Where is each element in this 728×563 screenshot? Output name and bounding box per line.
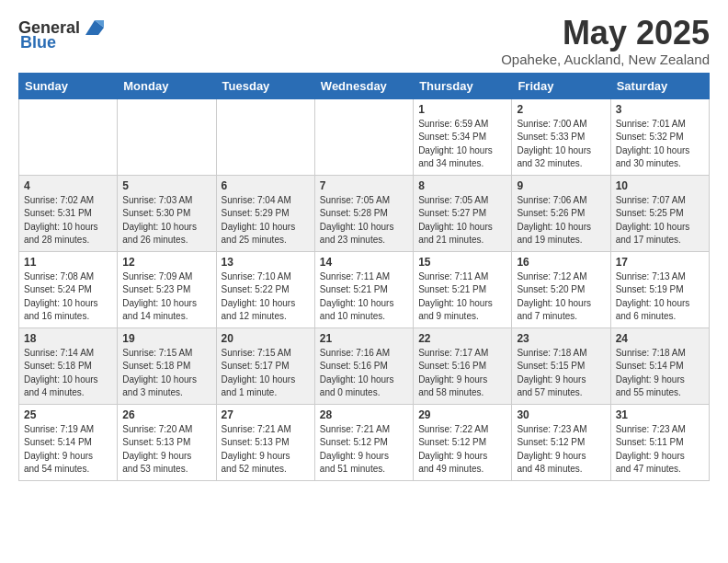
day-info: Sunrise: 7:22 AM Sunset: 5:12 PM Dayligh… xyxy=(418,423,506,477)
calendar-row-3: 11Sunrise: 7:08 AM Sunset: 5:24 PM Dayli… xyxy=(19,251,710,327)
day-number: 2 xyxy=(517,103,605,116)
weekday-header-row: SundayMondayTuesdayWednesdayThursdayFrid… xyxy=(19,73,710,98)
calendar-row-1: 1Sunrise: 6:59 AM Sunset: 5:34 PM Daylig… xyxy=(19,98,710,175)
day-info: Sunrise: 7:09 AM Sunset: 5:23 PM Dayligh… xyxy=(122,270,210,324)
weekday-header-sunday: Sunday xyxy=(19,73,118,98)
day-number: 8 xyxy=(418,179,506,192)
day-info: Sunrise: 7:11 AM Sunset: 5:21 PM Dayligh… xyxy=(320,270,408,324)
day-number: 6 xyxy=(222,179,310,192)
day-info: Sunrise: 7:21 AM Sunset: 5:13 PM Dayligh… xyxy=(222,423,310,477)
day-info: Sunrise: 7:19 AM Sunset: 5:14 PM Dayligh… xyxy=(24,423,112,477)
day-info: Sunrise: 7:17 AM Sunset: 5:16 PM Dayligh… xyxy=(418,347,506,400)
calendar-cell: 30Sunrise: 7:23 AM Sunset: 5:12 PM Dayli… xyxy=(512,404,610,480)
day-number: 22 xyxy=(418,332,506,345)
weekday-header-saturday: Saturday xyxy=(610,73,709,98)
calendar-cell: 27Sunrise: 7:21 AM Sunset: 5:13 PM Dayli… xyxy=(216,404,314,480)
calendar-cell: 1Sunrise: 6:59 AM Sunset: 5:34 PM Daylig… xyxy=(414,98,512,175)
calendar-cell: 2Sunrise: 7:00 AM Sunset: 5:33 PM Daylig… xyxy=(512,98,610,175)
logo: General Blue xyxy=(18,15,108,52)
calendar-row-4: 18Sunrise: 7:14 AM Sunset: 5:18 PM Dayli… xyxy=(19,327,710,404)
day-number: 13 xyxy=(222,256,310,269)
day-info: Sunrise: 7:03 AM Sunset: 5:30 PM Dayligh… xyxy=(122,194,210,247)
calendar-row-2: 4Sunrise: 7:02 AM Sunset: 5:31 PM Daylig… xyxy=(19,175,710,251)
day-number: 23 xyxy=(517,332,605,345)
day-number: 21 xyxy=(320,332,408,345)
calendar-row-5: 25Sunrise: 7:19 AM Sunset: 5:14 PM Dayli… xyxy=(19,404,710,480)
day-number: 14 xyxy=(320,256,408,269)
day-info: Sunrise: 7:20 AM Sunset: 5:13 PM Dayligh… xyxy=(122,423,210,477)
weekday-header-friday: Friday xyxy=(512,73,610,98)
day-info: Sunrise: 6:59 AM Sunset: 5:34 PM Dayligh… xyxy=(418,118,506,171)
day-info: Sunrise: 7:18 AM Sunset: 5:15 PM Dayligh… xyxy=(517,347,605,400)
day-info: Sunrise: 7:10 AM Sunset: 5:22 PM Dayligh… xyxy=(222,270,310,324)
calendar-cell: 29Sunrise: 7:22 AM Sunset: 5:12 PM Dayli… xyxy=(414,404,512,480)
calendar-cell: 21Sunrise: 7:16 AM Sunset: 5:16 PM Dayli… xyxy=(314,327,413,404)
day-info: Sunrise: 7:14 AM Sunset: 5:18 PM Dayligh… xyxy=(24,347,112,400)
day-number: 5 xyxy=(122,179,210,192)
day-info: Sunrise: 7:05 AM Sunset: 5:28 PM Dayligh… xyxy=(320,194,408,247)
day-number: 25 xyxy=(24,408,112,421)
day-number: 10 xyxy=(616,179,704,192)
month-year-title: May 2025 xyxy=(501,15,710,52)
day-info: Sunrise: 7:04 AM Sunset: 5:29 PM Dayligh… xyxy=(222,194,310,247)
day-info: Sunrise: 7:06 AM Sunset: 5:26 PM Dayligh… xyxy=(517,194,605,247)
day-number: 15 xyxy=(418,256,506,269)
calendar-cell: 4Sunrise: 7:02 AM Sunset: 5:31 PM Daylig… xyxy=(19,175,118,251)
calendar-cell: 5Sunrise: 7:03 AM Sunset: 5:30 PM Daylig… xyxy=(118,175,216,251)
day-number: 16 xyxy=(517,256,605,269)
calendar-table: SundayMondayTuesdayWednesdayThursdayFrid… xyxy=(18,73,710,481)
calendar-cell: 12Sunrise: 7:09 AM Sunset: 5:23 PM Dayli… xyxy=(118,251,216,327)
calendar-cell: 14Sunrise: 7:11 AM Sunset: 5:21 PM Dayli… xyxy=(314,251,413,327)
day-number: 3 xyxy=(616,103,704,116)
day-number: 1 xyxy=(418,103,506,116)
calendar-cell: 3Sunrise: 7:01 AM Sunset: 5:32 PM Daylig… xyxy=(610,98,709,175)
day-number: 28 xyxy=(320,408,408,421)
day-info: Sunrise: 7:08 AM Sunset: 5:24 PM Dayligh… xyxy=(24,270,112,324)
calendar-cell: 25Sunrise: 7:19 AM Sunset: 5:14 PM Dayli… xyxy=(19,404,118,480)
calendar-cell xyxy=(314,98,413,175)
day-number: 4 xyxy=(24,179,112,192)
calendar-cell: 18Sunrise: 7:14 AM Sunset: 5:18 PM Dayli… xyxy=(19,327,118,404)
weekday-header-thursday: Thursday xyxy=(414,73,512,98)
day-number: 20 xyxy=(222,332,310,345)
day-number: 18 xyxy=(24,332,112,345)
calendar-cell: 31Sunrise: 7:23 AM Sunset: 5:11 PM Dayli… xyxy=(610,404,709,480)
calendar-cell: 20Sunrise: 7:15 AM Sunset: 5:17 PM Dayli… xyxy=(216,327,314,404)
day-info: Sunrise: 7:00 AM Sunset: 5:33 PM Dayligh… xyxy=(517,118,605,171)
logo-blue-text: Blue xyxy=(20,33,56,52)
weekday-header-tuesday: Tuesday xyxy=(216,73,314,98)
calendar-cell: 11Sunrise: 7:08 AM Sunset: 5:24 PM Dayli… xyxy=(19,251,118,327)
day-info: Sunrise: 7:15 AM Sunset: 5:17 PM Dayligh… xyxy=(222,347,310,400)
day-info: Sunrise: 7:12 AM Sunset: 5:20 PM Dayligh… xyxy=(517,270,605,324)
day-info: Sunrise: 7:23 AM Sunset: 5:11 PM Dayligh… xyxy=(616,423,704,477)
calendar-cell: 6Sunrise: 7:04 AM Sunset: 5:29 PM Daylig… xyxy=(216,175,314,251)
calendar-cell xyxy=(19,98,118,175)
day-info: Sunrise: 7:13 AM Sunset: 5:19 PM Dayligh… xyxy=(616,270,704,324)
calendar-cell: 10Sunrise: 7:07 AM Sunset: 5:25 PM Dayli… xyxy=(610,175,709,251)
day-number: 12 xyxy=(122,256,210,269)
day-number: 11 xyxy=(24,256,112,269)
calendar-cell: 15Sunrise: 7:11 AM Sunset: 5:21 PM Dayli… xyxy=(414,251,512,327)
location-text: Opaheke, Auckland, New Zealand xyxy=(501,52,710,67)
calendar-cell: 19Sunrise: 7:15 AM Sunset: 5:18 PM Dayli… xyxy=(118,327,216,404)
calendar-cell: 23Sunrise: 7:18 AM Sunset: 5:15 PM Dayli… xyxy=(512,327,610,404)
day-info: Sunrise: 7:18 AM Sunset: 5:14 PM Dayligh… xyxy=(616,347,704,400)
day-number: 31 xyxy=(616,408,704,421)
calendar-cell: 7Sunrise: 7:05 AM Sunset: 5:28 PM Daylig… xyxy=(314,175,413,251)
calendar-cell: 28Sunrise: 7:21 AM Sunset: 5:12 PM Dayli… xyxy=(314,404,413,480)
page: General Blue May 2025 Opaheke, Auckland,… xyxy=(0,0,728,496)
day-number: 27 xyxy=(222,408,310,421)
day-info: Sunrise: 7:23 AM Sunset: 5:12 PM Dayligh… xyxy=(517,423,605,477)
day-info: Sunrise: 7:02 AM Sunset: 5:31 PM Dayligh… xyxy=(24,194,112,247)
calendar-cell xyxy=(216,98,314,175)
calendar-cell: 17Sunrise: 7:13 AM Sunset: 5:19 PM Dayli… xyxy=(610,251,709,327)
day-info: Sunrise: 7:16 AM Sunset: 5:16 PM Dayligh… xyxy=(320,347,408,400)
day-number: 17 xyxy=(616,256,704,269)
calendar-cell: 9Sunrise: 7:06 AM Sunset: 5:26 PM Daylig… xyxy=(512,175,610,251)
calendar-cell: 8Sunrise: 7:05 AM Sunset: 5:27 PM Daylig… xyxy=(414,175,512,251)
day-info: Sunrise: 7:15 AM Sunset: 5:18 PM Dayligh… xyxy=(122,347,210,400)
day-number: 30 xyxy=(517,408,605,421)
day-number: 19 xyxy=(122,332,210,345)
weekday-header-wednesday: Wednesday xyxy=(314,73,413,98)
logo-icon xyxy=(82,15,108,40)
